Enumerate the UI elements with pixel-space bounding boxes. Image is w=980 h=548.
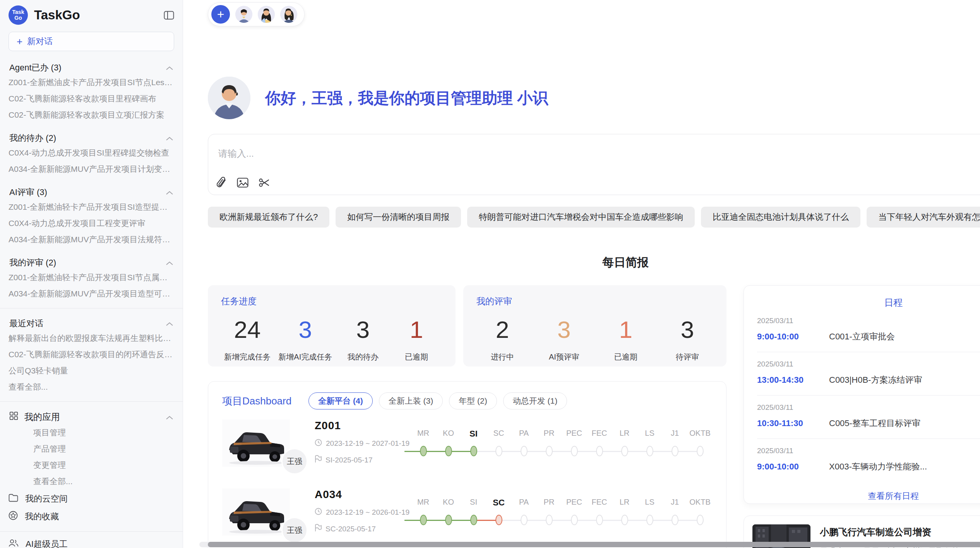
sidebar-task-item[interactable]: Z001-全新燃油轻卡产品开发项目SI节点属性5D文件评审 [9,269,174,286]
milestone-node-mr[interactable] [420,446,427,456]
suggestion-chip[interactable]: 欧洲新规最近颁布了什么? [208,207,329,228]
logo-line-2: Go [14,15,22,21]
milestone-label: J1 [662,429,687,439]
sidebar-task-item[interactable]: C02-飞腾新能源轻客改款项目里程碑画布 [9,91,174,107]
assistant-avatar [208,77,250,119]
sidebar-shortcut[interactable]: 我的收藏 [9,508,174,525]
chevron-up-icon[interactable] [166,319,173,329]
milestone-node-ls[interactable] [646,515,653,525]
milestone-node-oktb[interactable] [697,446,704,456]
sidebar-task-item[interactable]: Z001-全新燃油轻卡产品开发项目SI造型提交物评审 [9,199,174,215]
sidebar-collapse-icon[interactable] [164,11,174,20]
project-code: A034 [315,488,408,501]
milestone-node-oktb[interactable] [697,515,704,525]
project-owner-avatar: 王强 [281,517,308,543]
project-milestone-date: SI-2025-05-17 [326,456,372,464]
section-title: AI评审 (3) [9,187,47,198]
sidebar-shortcut[interactable]: 我的云空间 [9,490,174,507]
milestone-label: J1 [662,498,687,508]
chevron-up-icon[interactable] [166,187,173,197]
scrollbar-thumb[interactable] [208,542,980,547]
schedule-time: 9:00-10:00 [757,332,822,342]
suggestion-chip[interactable]: 如何写一份清晰的项目周报 [336,207,461,228]
sidebar-shortcut-label: 我的收藏 [25,511,59,522]
composer-input[interactable]: 请输入... [218,147,254,160]
milestone-node-lr[interactable] [621,515,628,525]
session-avatar-3[interactable] [280,6,297,23]
sidebar-task-item[interactable]: A034-全新新能源MUV产品开发项目造型可行性评审 [9,286,174,302]
milestone-node-fec[interactable] [596,515,603,525]
sidebar-tool[interactable]: AI超级员工 [9,536,174,548]
stat-label: AI预评审 [541,352,587,362]
milestone-node-lr[interactable] [621,446,628,456]
scissors-icon[interactable] [259,177,269,188]
milestone-label: OKTB [687,498,713,508]
sidebar-task-item[interactable]: C02-飞腾新能源轻客改款项目立项汇报方案 [9,107,174,123]
chevron-up-icon[interactable] [166,133,173,143]
section-title: 我的待办 (2) [9,132,56,144]
stat: 2进行中 [480,316,525,362]
chevron-up-icon[interactable] [166,258,173,268]
milestone-node-j1[interactable] [672,446,678,456]
milestone-node-ls[interactable] [646,446,653,456]
milestone-node-pr[interactable] [546,446,553,456]
dashboard-tab[interactable]: 全新上装 (3) [379,392,443,409]
dashboard-tab[interactable]: 动总开发 (1) [503,392,567,409]
milestone-node-pr[interactable] [546,515,553,525]
project-dates-row: 2023-12-19 ~ 2027-01-19 [315,439,408,448]
sidebar-task-item[interactable]: A034-全新新能源MUV产品开发项目法规符合性评审 [9,231,174,248]
milestone-node-sc[interactable] [495,446,502,456]
sidebar-task-item[interactable]: C0X4-动力总成开发项目工程变更评审 [9,215,174,231]
stat-value: 24 [224,316,271,343]
stat-label: 新增完成任务 [224,352,271,362]
recent-conversation-item[interactable]: 公司Q3轻卡销量 [9,363,174,379]
section-title: Agent已办 (3) [9,62,62,74]
view-all-schedule-link[interactable]: 查看所有日程 [757,482,980,502]
app-item[interactable]: 变更管理 [9,457,174,473]
recent-title: 最近对话 [9,318,43,329]
milestone-node-mr[interactable] [420,515,427,525]
milestone-node-sc[interactable] [495,515,502,525]
milestone-node-pec[interactable] [571,446,578,456]
milestone-node-pa[interactable] [521,515,528,525]
milestone-node-ko[interactable] [445,515,452,525]
apps-view-all-link[interactable]: 查看全部... [9,473,174,490]
add-session-button[interactable]: + [211,5,230,24]
recent-view-all-link[interactable]: 查看全部... [9,379,174,395]
milestone-node-fec[interactable] [596,446,603,456]
sidebar-task-item[interactable]: A034-全新新能源MUV产品开发项目计划变更表编写 [9,161,174,177]
project-dates: 2023-12-19 ~ 2026-01-19 [326,508,409,517]
task-item-label: A034-全新新能源MUV产品开发项目法规符合性评审 [9,234,174,245]
milestone-node-si[interactable] [470,515,477,525]
milestone-node-si[interactable] [470,446,477,456]
recent-conversation-item[interactable]: C02-飞腾新能源轻客改款项目的闭环通告反馈情况 [9,346,174,363]
milestone-node-j1[interactable] [672,515,678,525]
milestone-node-pec[interactable] [571,515,578,525]
attach-icon[interactable] [217,177,227,188]
sidebar-tool-label: AI超级员工 [26,538,68,548]
chevron-up-icon[interactable] [166,412,173,422]
milestone-label: MR [411,498,436,508]
app-item[interactable]: 产品管理 [9,441,174,457]
session-avatar-1[interactable] [235,6,252,23]
suggestion-chip[interactable]: 特朗普可能对进口汽车增税会对中国车企造成哪些影响 [467,207,695,228]
suggestion-chip[interactable]: 比亚迪全固态电池计划具体说了什么 [701,207,860,228]
app-item[interactable]: 项目管理 [9,425,174,441]
schedule-event-title: X003-车辆动力学性能验... [822,461,980,473]
schedule-time: 13:00-14:30 [757,375,822,385]
chevron-up-icon[interactable] [166,63,173,73]
sidebar-task-item[interactable]: C0X4-动力总成开发项目SI里程碑提交物检查 [9,145,174,161]
milestone-node-ko[interactable] [445,446,452,456]
dashboard-tab[interactable]: 全新平台 (4) [308,392,373,409]
milestone-node-pa[interactable] [521,446,528,456]
my-apps-header[interactable]: 我的应用 [9,411,173,423]
suggestion-chip[interactable]: 当下年轻人对汽车外观有怎样的喜好趋势 [867,207,980,228]
recent-conversation-item[interactable]: 解释最新出台的欧盟报废车法规再生塑料比例被调至15%... [9,330,174,346]
session-avatar-2[interactable] [258,6,275,23]
image-icon[interactable] [237,178,248,188]
schedule-row: 2025/03/119:00-10:00C001-立项审批会加入 [757,309,980,352]
dashboard-tab[interactable]: 年型 (2) [449,392,497,409]
logo-line-1: Task [12,9,24,15]
new-chat-button[interactable]: + 新对话 [9,32,174,51]
sidebar-task-item[interactable]: Z001-全新燃油皮卡产品开发项目SI节点Lesson Learn报告 [9,74,174,91]
